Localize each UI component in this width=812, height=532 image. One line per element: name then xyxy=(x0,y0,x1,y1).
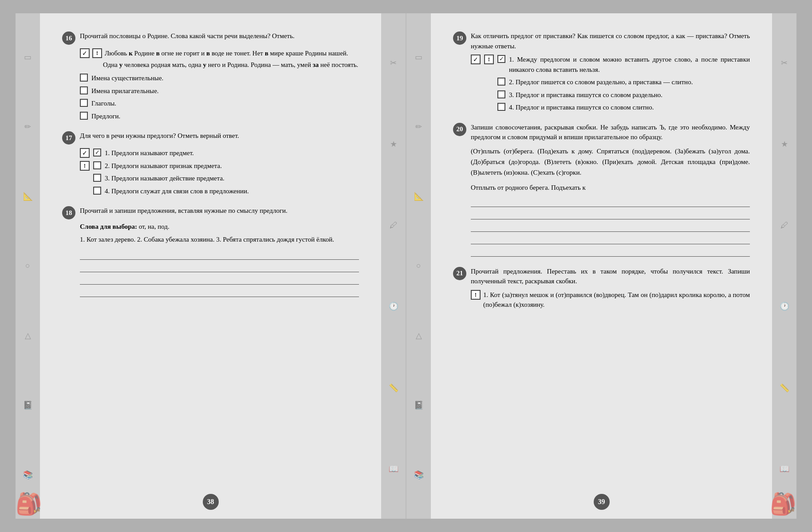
q17-checkbox3[interactable] xyxy=(93,174,101,182)
q18-line1[interactable] xyxy=(80,249,359,260)
q16-option4: Предлоги. xyxy=(80,111,359,121)
q16-option4-label: Предлоги. xyxy=(91,111,120,121)
q19-checkbox3[interactable] xyxy=(497,90,505,98)
q17-checkbox2[interactable] xyxy=(93,161,101,169)
question-20: 20 Запиши словосочетания, раскрывая скоб… xyxy=(453,122,750,257)
q16-passage1: Любовь к Родине в огне не горит и в воде… xyxy=(105,48,348,59)
q17-options: ✓ 1. Предлоги называют предмет. ! 2. Пре… xyxy=(80,148,359,196)
backpack-right-icon: 🎒 xyxy=(770,492,796,516)
q16-checkbox2[interactable] xyxy=(80,86,88,94)
deco-eraser2-icon: ▭ xyxy=(415,52,422,62)
deco-scissors-icon: ✂ xyxy=(390,58,397,68)
question-18: 18 Прочитай и запиши предложения, вставл… xyxy=(62,206,359,297)
right-page-right-deco: ✂ ★ 🖊 🕐 📏 📖 xyxy=(772,13,796,519)
q18-words-label: Слова для выбора: xyxy=(80,223,137,230)
q20-line5[interactable] xyxy=(471,246,750,257)
deco-star-icon: ★ xyxy=(390,139,397,149)
q20-line3[interactable] xyxy=(471,221,750,232)
q19-check-marker: ✓ xyxy=(471,55,481,64)
q19-option3: 3. Предлог и приставка пишутся со словом… xyxy=(471,90,750,100)
q17-number: 17 xyxy=(62,131,75,145)
deco-circle-icon: ○ xyxy=(25,261,30,270)
deco-triangle-icon: △ xyxy=(25,331,31,340)
q17-option2-label: 2. Предлоги называют признак предмета. xyxy=(105,161,222,171)
q18-text: Прочитай и запиши предложения, вставляя … xyxy=(80,206,359,216)
q16-checkbox3[interactable] xyxy=(80,99,88,107)
q20-header: 20 Запиши словосочетания, раскрывая скоб… xyxy=(453,122,750,142)
deco-notebook-icon: 📓 xyxy=(23,400,33,410)
right-page-left-deco: ▭ ✏ 📐 ○ △ 📓 📚 xyxy=(406,13,431,519)
q19-option3-label: 3. Предлог и приставка пишутся со словом… xyxy=(509,90,662,100)
q16-passage2: Одна у человека родная мать, одна у него… xyxy=(103,60,359,70)
question-19: 19 Как отличить предлог от приставки? Ка… xyxy=(453,31,750,113)
right-page: ▭ ✏ 📐 ○ △ 📓 📚 ✂ ★ 🖊 🕐 📏 📖 19 Как отличит… xyxy=(406,13,796,519)
q21-sentence: 1. Кот (за)тянул мешок и (от)правился (в… xyxy=(483,290,750,310)
deco-pen2-icon: 🖊 xyxy=(780,221,788,230)
q18-line3[interactable] xyxy=(80,274,359,285)
q19-option1: ✓ ! 1. Между предлогом и словом можно вс… xyxy=(471,55,750,74)
deco-pencil-icon: ✏ xyxy=(24,122,31,132)
question-16: 16 Прочитай пословицы о Родине. Слова ка… xyxy=(62,31,359,121)
q20-line2[interactable] xyxy=(471,209,750,219)
deco-pencil2-icon: ✏ xyxy=(415,122,422,132)
q16-checkbox4[interactable] xyxy=(80,112,88,120)
q19-checkbox1[interactable] xyxy=(497,55,505,63)
q17-header: 17 Для чего в речи нужны предлоги? Отмет… xyxy=(62,131,359,145)
q17-option4-label: 4. Предлоги служат для связи слов в пред… xyxy=(105,186,249,196)
deco-book2-icon: 📚 xyxy=(414,470,424,480)
q19-option2-label: 2. Предлог пишется со словом раздельно, … xyxy=(509,77,693,87)
q16-number: 16 xyxy=(62,31,75,45)
q17-option4: 4. Предлоги служат для связи слов в пред… xyxy=(80,186,359,196)
q18-header: 18 Прочитай и запиши предложения, вставл… xyxy=(62,206,359,219)
q19-checkbox4[interactable] xyxy=(497,103,505,111)
q19-checkbox2[interactable] xyxy=(497,78,505,86)
q19-option1-label: 1. Между предлогом и словом можно встави… xyxy=(509,55,750,74)
q16-checkbox1[interactable] xyxy=(80,74,88,82)
q20-line4[interactable] xyxy=(471,234,750,244)
q19-option2: 2. Предлог пишется со словом раздельно, … xyxy=(471,77,750,87)
question-21: 21 Прочитай предложения. Переставь их в … xyxy=(453,266,750,310)
deco-circle2-icon: ○ xyxy=(416,261,421,270)
deco-scissors2-icon: ✂ xyxy=(781,58,788,68)
deco-clock2-icon: 🕐 xyxy=(780,301,789,311)
q16-option2-label: Имена прилагательные. xyxy=(91,86,159,96)
backpack-left-icon: 🎒 xyxy=(16,492,42,516)
q16-markers-row: ✓ ! Любовь к Родине в огне не горит и в … xyxy=(80,48,359,70)
deco-ruler-icon: 📐 xyxy=(23,192,33,201)
q16-option3-label: Глаголы. xyxy=(91,98,116,109)
q19-exclaim-marker: ! xyxy=(484,55,494,64)
deco-books3-icon: 📖 xyxy=(780,464,789,474)
q19-option4-label: 4. Предлог и приставка пишутся со словом… xyxy=(509,102,654,113)
q16-option1-label: Имена существительные. xyxy=(91,73,163,83)
deco-book-icon: 📚 xyxy=(23,470,33,480)
q16-options: Имена существительные. Имена прилагатель… xyxy=(80,73,359,121)
right-page-number: 39 xyxy=(594,494,610,510)
q18-line2[interactable] xyxy=(80,262,359,272)
deco-notebook2-icon: 📓 xyxy=(414,400,424,410)
right-content: 19 Как отличить предлог от приставки? Ка… xyxy=(453,31,750,310)
q17-checkbox4[interactable] xyxy=(93,187,101,195)
q20-write-lines xyxy=(471,196,750,257)
q20-text: Запиши словосочетания, раскрывая скобки.… xyxy=(471,122,750,142)
q17-text: Для чего в речи нужны предлоги? Отметь в… xyxy=(80,131,359,141)
left-page-right-deco: ✂ ★ 🖊 🕐 📏 📖 xyxy=(381,13,406,519)
deco-compass-icon: 📏 xyxy=(389,383,398,393)
q17-option1-label: 1. Предлоги называют предмет. xyxy=(105,148,194,158)
deco-compass2-icon: 📏 xyxy=(780,383,789,393)
q17-checkbox1[interactable] xyxy=(93,149,101,156)
q18-sentences: 1. Кот залез дерево. 2. Собака убежала х… xyxy=(80,234,359,245)
q16-option2: Имена прилагательные. xyxy=(80,86,359,96)
q18-line4[interactable] xyxy=(80,286,359,297)
q18-words-list: от, на, под. xyxy=(139,223,169,230)
q18-words: Слова для выбора: от, на, под. xyxy=(80,223,359,231)
deco-triangle2-icon: △ xyxy=(416,331,422,340)
q16-exclaim-marker: ! xyxy=(92,48,102,58)
q21-number: 21 xyxy=(453,267,466,280)
left-deco-strip: ▭ ✏ 📐 ○ △ 📓 📚 xyxy=(16,13,40,519)
question-17: 17 Для чего в речи нужны предлоги? Отмет… xyxy=(62,131,359,196)
q16-option3: Глаголы. xyxy=(80,98,359,109)
deco-star2-icon: ★ xyxy=(781,139,788,149)
q19-header: 19 Как отличить предлог от приставки? Ка… xyxy=(453,31,750,51)
q21-header: 21 Прочитай предложения. Переставь их в … xyxy=(453,266,750,286)
q20-line1[interactable] xyxy=(471,196,750,207)
